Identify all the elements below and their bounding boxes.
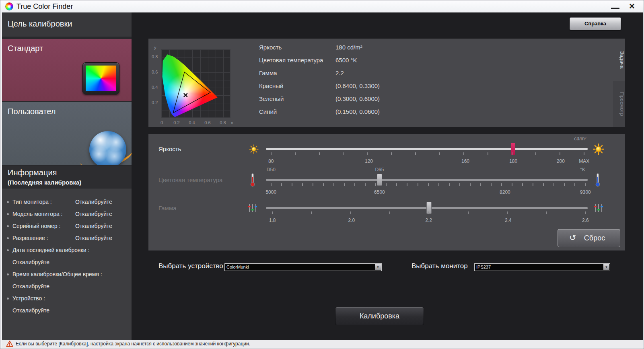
- reset-button[interactable]: ↺ Сброс: [558, 229, 620, 247]
- sun-dim-icon: [249, 144, 259, 154]
- device-select[interactable]: ColorMunki ▼: [224, 263, 382, 271]
- slider-tick: [512, 152, 512, 155]
- sidebar-info-item: Время калибровки/Общее время :: [2, 268, 132, 280]
- target-info-table: Яркость180 cd/m²Цветовая температура6500…: [259, 44, 468, 121]
- info-header-line2: (Последняя калибровка): [8, 179, 81, 186]
- info-row-label: Цветовая температура: [259, 57, 335, 66]
- sidebar-item-standard[interactable]: Стандарт: [2, 39, 132, 101]
- info-row-label: Гамма: [259, 70, 335, 78]
- slider-tick: [407, 183, 407, 186]
- tab-task[interactable]: Задача: [613, 39, 625, 81]
- adjustment-panel: Яркость Цветовая температура Гамма: [148, 134, 625, 250]
- slider-tick-label: 5000: [265, 189, 276, 195]
- info-row: Цветовая температура6500 °K: [259, 57, 468, 66]
- chevron-down-icon[interactable]: ▼: [375, 264, 381, 270]
- info-row-label: Яркость: [259, 44, 335, 53]
- slider-tick: [396, 183, 397, 186]
- slider-tick-label: 80: [268, 158, 274, 164]
- sidebar-item-user[interactable]: Пользовател: [2, 102, 132, 165]
- slider-tick: [418, 183, 418, 186]
- info-row-value: (0.6400, 0.3300): [335, 82, 468, 91]
- bullet-icon: [7, 237, 9, 239]
- calibrate-button[interactable]: Калибровка: [335, 307, 424, 325]
- slider-tick: [533, 183, 533, 186]
- slider-tick-label: 1.8: [269, 218, 276, 223]
- help-button[interactable]: Справка: [570, 17, 621, 30]
- monitor-select[interactable]: IPS237 ▼: [474, 263, 610, 271]
- slider-tick: [367, 152, 368, 155]
- y-tick-0.6: 0.6: [152, 70, 158, 74]
- slider-tick: [375, 183, 376, 186]
- info-row: Красный(0.6400, 0.3300): [259, 82, 468, 91]
- info-row-value: 6500 °K: [335, 57, 468, 66]
- brightness-track[interactable]: [266, 148, 588, 150]
- sidebar-info-list: Тип монитора :ОткалибруйтеМодель монитор…: [2, 189, 132, 340]
- slider-tick: [295, 152, 296, 155]
- slider-tick: [271, 183, 272, 186]
- slider-tick: [543, 183, 544, 186]
- slider-tick: [463, 152, 464, 155]
- slider-tick-label: 180: [509, 158, 517, 164]
- slider-tick: [333, 183, 334, 186]
- info-item-label: Разрешение :: [12, 232, 48, 244]
- slider-tick: [459, 183, 460, 186]
- slider-tick: [439, 152, 440, 155]
- bullet-icon: [7, 249, 9, 251]
- rgb-mixer-icon: [593, 203, 604, 213]
- bullet-icon: [7, 273, 9, 275]
- slider-tick: [281, 183, 282, 186]
- info-row-value: (0.3000, 0.6000): [335, 95, 468, 104]
- thermometer-cool-icon: [595, 173, 601, 187]
- temperature-handle[interactable]: [377, 174, 382, 186]
- minimize-button[interactable]: [607, 0, 623, 12]
- info-row-label: Зеленый: [259, 95, 335, 104]
- gamut-triangle-overlay: [162, 49, 230, 117]
- info-row: Яркость180 cd/m²: [259, 44, 468, 53]
- sidebar-info-item: Устройство :: [2, 292, 132, 304]
- slider-tick: [585, 183, 586, 186]
- sidebar: Цель калибровки Стандарт Пользовател Инф…: [2, 12, 132, 340]
- title-bar: True Color Finder ✕: [0, 0, 644, 12]
- slider-tick: [354, 183, 355, 186]
- slider-tick: [323, 183, 324, 186]
- y-tick-0.8: 0.8: [152, 54, 158, 59]
- tab-preview[interactable]: Просмотр: [613, 81, 625, 127]
- slider-tick: [365, 183, 366, 186]
- y-axis-name: y: [154, 45, 156, 50]
- bullet-icon: [7, 225, 9, 227]
- info-item-label: Модель монитора :: [12, 208, 63, 220]
- slider-tick: [488, 152, 488, 155]
- standard-label: Стандарт: [8, 44, 43, 53]
- device-select-value: ColorMunki: [226, 265, 249, 269]
- info-item-value: Откалибруйте: [75, 220, 112, 232]
- status-message: Если вы выберите [Калибровка], настройка…: [16, 341, 250, 347]
- slider-tick: [560, 152, 560, 155]
- gamma-label: Гамма: [158, 205, 177, 211]
- slider-tick-label: 2.4: [505, 218, 512, 223]
- slider-tick-label: 8200: [500, 189, 510, 195]
- info-row: Синий(0.1500, 0.0600): [259, 108, 468, 117]
- slider-tick: [574, 183, 575, 186]
- info-row: Гамма2.2: [259, 70, 468, 78]
- slider-tick: [302, 183, 303, 186]
- x-tick-0.8: 0.8: [220, 120, 226, 125]
- info-row: Зеленый(0.3000, 0.6000): [259, 95, 468, 104]
- slider-tick: [512, 183, 512, 186]
- close-button[interactable]: ✕: [624, 0, 640, 12]
- sidebar-header-label: Цель калибровки: [8, 19, 72, 29]
- color-wheel-app-icon: [5, 2, 13, 10]
- slider-tick-label: 2.0: [348, 218, 355, 223]
- info-item-value: Откалибруйте: [75, 208, 112, 220]
- y-tick-0.4: 0.4: [152, 85, 158, 90]
- slider-tick-label: 2.6: [582, 218, 589, 223]
- slider-tick: [415, 152, 416, 155]
- temperature-track[interactable]: [266, 179, 588, 181]
- slider-tick: [546, 211, 547, 214]
- slider-tick: [491, 183, 492, 186]
- brightness-label: Яркость: [158, 146, 181, 152]
- sidebar-info-item: Дата последней калибровки :: [2, 244, 132, 256]
- info-item-value: Откалибруйте: [75, 232, 112, 244]
- status-bar: Если вы выберите [Калибровка], настройка…: [2, 340, 643, 348]
- info-item-label: Устройство :: [12, 292, 45, 304]
- chevron-down-icon[interactable]: ▼: [603, 264, 609, 270]
